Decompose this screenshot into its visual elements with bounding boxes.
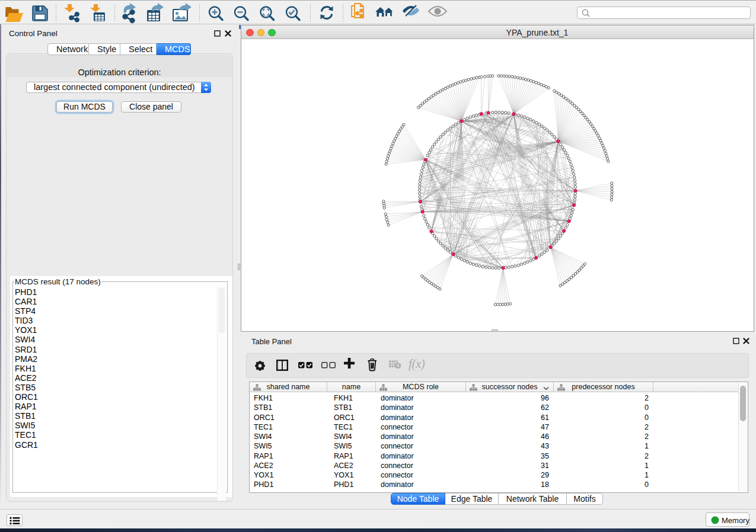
svg-text:f(x): f(x) bbox=[409, 357, 425, 371]
